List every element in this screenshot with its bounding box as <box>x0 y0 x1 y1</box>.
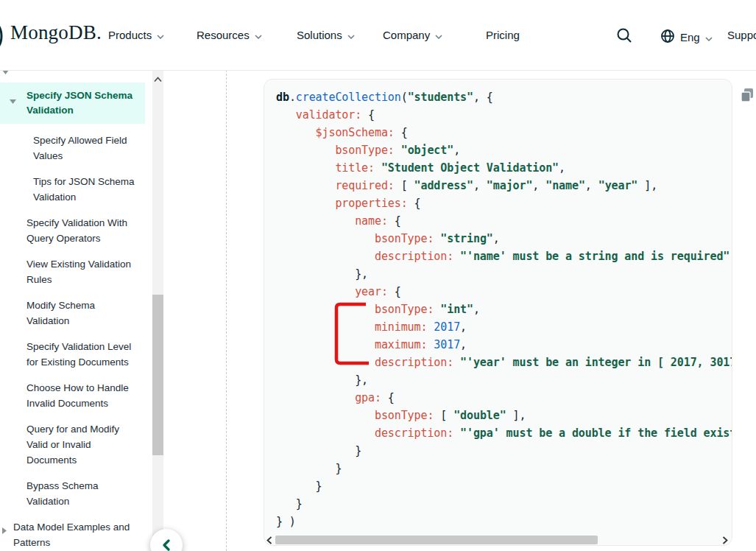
sidebar-item-specify-json-schema-validation[interactable]: Specify JSON Schema Validation <box>0 83 145 124</box>
code-line: } ) <box>276 513 727 530</box>
code-line: properties: { <box>276 194 727 212</box>
code-line: bsonType: "string", <box>276 230 727 248</box>
nav-pricing[interactable]: Pricing <box>486 29 520 41</box>
sidebar-item-view-existing-validation-rules[interactable]: View Existing Validation Rules <box>27 256 141 287</box>
nav-support[interactable]: Support <box>727 29 756 41</box>
code-line: required: [ "address", "major", "name", … <box>276 177 727 194</box>
code-line: year: { <box>276 283 727 301</box>
caret-right-icon <box>2 523 7 538</box>
code-block: db.createCollection("students", { valida… <box>264 79 732 546</box>
code-line: description: "'name' must be a string an… <box>276 248 727 265</box>
code-horizontal-scrollbar[interactable] <box>264 535 732 545</box>
code-line: gpa: { <box>276 389 727 407</box>
nav-products[interactable]: Products <box>108 29 164 41</box>
caret-down-icon <box>2 70 9 79</box>
code-line: description: "'gpa' must be a double if … <box>276 424 727 442</box>
mongodb-leaf-icon <box>0 21 6 54</box>
language-selector[interactable]: Eng <box>660 29 713 46</box>
search-icon[interactable] <box>616 27 632 46</box>
code-line: db.createCollection("students", { <box>276 88 727 106</box>
globe-icon <box>660 29 675 46</box>
sidebar-list: Specify Allowed Field Values Tips for JS… <box>0 124 152 550</box>
top-navbar: MongoDB. Products Resources Solutions Co… <box>0 0 756 71</box>
code-line: bsonType: "int", <box>276 301 727 318</box>
code-line: } <box>276 460 727 477</box>
code-line: title: "Student Object Validation", <box>276 159 727 177</box>
scroll-right-arrow-icon[interactable] <box>721 535 729 545</box>
nav-solutions[interactable]: Solutions <box>297 29 355 41</box>
mongodb-logo[interactable]: MongoDB. <box>10 21 102 44</box>
chevron-down-icon <box>157 29 164 41</box>
code-line: maximum: 3017, <box>276 336 727 354</box>
docs-sidebar: Schema Validation Specify JSON Schema Va… <box>0 70 152 551</box>
sidebar-item-choose-how-to-handle-invalid-documents[interactable]: Choose How to Handle Invalid Documents <box>27 380 141 411</box>
chevron-down-icon <box>255 29 262 41</box>
code-line: bsonType: "object", <box>276 141 727 159</box>
sidebar-item-specify-validation-level[interactable]: Specify Validation Level for Existing Do… <box>27 339 141 370</box>
code-content: db.createCollection("students", { valida… <box>264 80 732 532</box>
sidebar-item-specify-validation-query-operators[interactable]: Specify Validation With Query Operators <box>27 215 141 246</box>
content-divider <box>226 70 227 551</box>
scroll-left-arrow-icon[interactable] <box>265 535 274 545</box>
code-line: $jsonSchema: { <box>276 124 727 141</box>
copy-code-icon[interactable] <box>739 87 755 103</box>
caret-down-icon <box>10 94 16 108</box>
code-line: } <box>276 442 727 460</box>
sidebar-item-bypass-schema-validation[interactable]: Bypass Schema Validation <box>27 478 141 509</box>
chevron-down-icon <box>705 31 713 43</box>
code-line: minimum: 2017, <box>276 318 727 336</box>
sidebar-item-query-modify-valid-invalid-documents[interactable]: Query for and Modify Valid or Invalid Do… <box>27 421 141 468</box>
chevron-down-icon <box>435 29 442 41</box>
sidebar-item-schema-validation[interactable]: Schema Validation <box>0 70 152 75</box>
code-line: description: "'year' must be an integer … <box>276 354 727 371</box>
sidebar-item-data-model-examples-and-patterns[interactable]: Data Model Examples and Patterns <box>13 519 142 550</box>
chevron-down-icon <box>347 29 355 41</box>
nav-company[interactable]: Company <box>383 29 442 41</box>
sidebar-scrollbar-thumb[interactable] <box>152 295 163 455</box>
code-line: validator: { <box>276 106 727 124</box>
code-scrollbar-thumb[interactable] <box>275 536 598 544</box>
sidebar-item-specify-allowed-field-values[interactable]: Specify Allowed Field Values <box>33 133 144 164</box>
code-line: name: { <box>276 212 727 230</box>
sidebar-item-modify-schema-validation[interactable]: Modify Schema Validation <box>27 298 141 329</box>
nav-resources[interactable]: Resources <box>197 29 262 41</box>
code-line: }, <box>276 371 727 389</box>
code-line: }, <box>276 265 727 283</box>
sidebar-item-tips-for-json-schema-validation[interactable]: Tips for JSON Schema Validation <box>33 174 144 205</box>
scroll-up-arrow-icon[interactable] <box>154 72 162 85</box>
code-line: } <box>276 477 727 495</box>
code-line: bsonType: [ "double" ], <box>276 407 727 424</box>
code-line: } <box>276 495 727 513</box>
collapse-sidebar-button[interactable] <box>150 529 183 551</box>
